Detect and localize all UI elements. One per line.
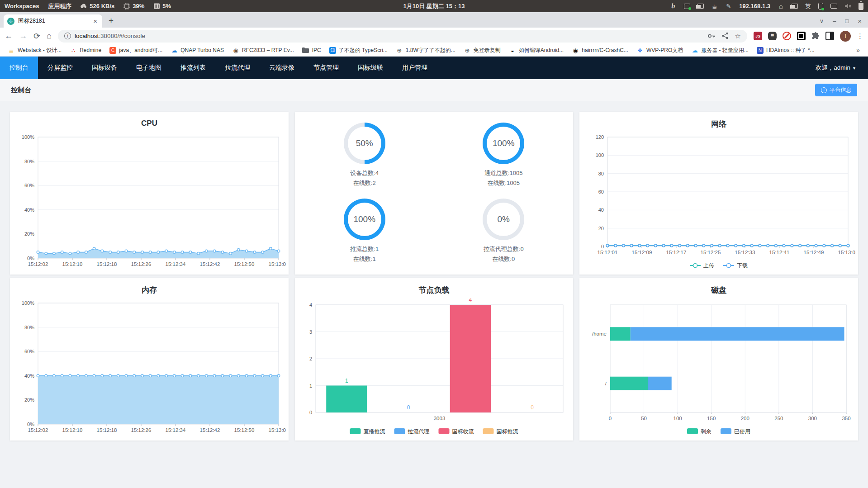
applications-menu[interactable]: 应用程序 (48, 2, 71, 10)
bookmark-item[interactable]: ☁服务器 - 轻量应用... (688, 45, 752, 56)
extension-adblock-icon[interactable] (783, 32, 791, 40)
network-chart: 02040608010012015:12:0115:12:0915:12:171… (582, 133, 855, 273)
home-tray-icon[interactable]: ⌂ (778, 3, 784, 9)
windows-tray-icon[interactable] (792, 4, 798, 9)
bookmark-item[interactable]: ☁QNAP Turbo NAS (167, 45, 227, 55)
site-info-icon[interactable]: i (64, 33, 71, 39)
window-close-button[interactable]: × (858, 17, 862, 25)
tab-close-icon[interactable]: × (92, 17, 99, 25)
back-button[interactable]: ← (5, 31, 13, 41)
browser-home-button[interactable]: ⌂ (47, 31, 52, 41)
browser-menu-icon[interactable]: ⋮ (857, 32, 863, 40)
platform-info-button[interactable]: i 平台信息 (815, 84, 857, 96)
tab-search-chevron-icon[interactable]: ∨ (820, 18, 824, 24)
nav-item-8[interactable]: 国标级联 (348, 57, 393, 79)
nav-item-3[interactable]: 电子地图 (127, 57, 171, 79)
window-restore-button[interactable]: □ (845, 18, 849, 24)
nav-item-2[interactable]: 国标设备 (82, 57, 127, 79)
stat-item: 100%推流总数:1在线数:1 (295, 193, 434, 269)
bing-tray-icon[interactable]: b (669, 3, 677, 9)
url-path: :38080/#/console (99, 33, 145, 39)
svg-text:0: 0 (531, 404, 534, 411)
network-speed-indicator[interactable]: 526 KB/s (81, 3, 114, 9)
bookmark-item[interactable]: ≣Webstack - 设计... (5, 45, 65, 56)
extension-screenshot-icon[interactable] (797, 32, 806, 40)
bookmark-item[interactable]: Cjava、android可... (106, 45, 166, 56)
bookmark-item[interactable]: ◒如何编译Android... (506, 45, 567, 56)
nav-item-7[interactable]: 节点管理 (304, 57, 348, 79)
chart-legend[interactable]: 剩余已使用 (687, 428, 750, 435)
nav-item-5[interactable]: 拉流代理 (215, 57, 260, 79)
forward-button[interactable]: → (19, 31, 27, 41)
bookmark-star-icon[interactable]: ☆ (735, 32, 741, 40)
folder-icon (302, 47, 309, 54)
bookmark-item[interactable]: ⊕免登录复制 (460, 45, 504, 56)
bookmarks-overflow-chevron[interactable]: » (853, 47, 863, 54)
bookmark-item[interactable]: 知了不起的 TypeScri... (326, 45, 391, 56)
svg-text:15:12:26: 15:12:26 (131, 427, 152, 433)
browser-tab[interactable]: ✣ 国标28181 × (4, 14, 102, 28)
bookmarks-bar: ≣Webstack - 设计...∴RedmineCjava、android可.… (0, 44, 868, 57)
clock[interactable]: 1月10日 星期二 15：13 (403, 2, 465, 10)
chart-legend[interactable]: 上传下载 (690, 262, 748, 269)
clipboard-tray-icon[interactable] (697, 4, 704, 9)
input-method-indicator[interactable]: 英 (805, 2, 811, 10)
svg-text:15:12:02: 15:12:02 (28, 427, 48, 433)
extension-incognito-icon[interactable]: ▀ (768, 32, 777, 40)
bookmark-item[interactable]: IPC (299, 45, 324, 55)
share-icon[interactable] (721, 32, 729, 39)
svg-text:200: 200 (741, 416, 749, 421)
reload-button[interactable]: ⟳ (33, 31, 40, 41)
bookmark-item[interactable]: ∴Redmine (66, 45, 104, 55)
coffee-tray-icon[interactable]: ☕ (711, 3, 718, 9)
extensions-puzzle-icon[interactable] (811, 32, 820, 40)
stat-online: 在线数:0 (492, 255, 515, 264)
bookmark-item[interactable]: NHDAtmos :: 种子 *... (754, 45, 818, 56)
memory-icon (153, 3, 160, 9)
screenshot-tray-icon[interactable] (684, 4, 690, 9)
color-picker-tray-icon[interactable]: ✎ (725, 3, 732, 9)
window-minimize-button[interactable]: – (833, 18, 836, 24)
display-tray-icon[interactable] (830, 4, 837, 9)
profile-avatar[interactable]: I (840, 31, 851, 42)
battery-icon[interactable] (859, 3, 863, 10)
svg-text:0: 0 (601, 244, 604, 249)
memory-usage-indicator[interactable]: 5% (153, 3, 171, 9)
workspaces-button[interactable]: Workspaces (5, 3, 39, 9)
side-panel-icon[interactable] (825, 32, 834, 40)
svg-text:15:12:49: 15:12:49 (804, 250, 824, 255)
extension-js-icon[interactable]: JS (754, 32, 762, 40)
svg-text:15:12:09: 15:12:09 (632, 250, 652, 255)
stat-total: 通道总数:1005 (484, 169, 523, 178)
nav-item-0[interactable]: 控制台 (0, 57, 38, 79)
memory-panel: 内存 0%20%40%60%80%100%15:12:0215:12:1015:… (10, 278, 289, 441)
chart-legend[interactable]: 直播推流拉流代理国标收流国标推流 (350, 428, 518, 435)
stat-online: 在线数:1005 (487, 179, 520, 188)
progress-ring: 50% (344, 123, 385, 164)
phonelink-tray-icon[interactable] (818, 3, 823, 9)
new-tab-button[interactable]: + (102, 16, 120, 28)
svg-text:300: 300 (808, 416, 817, 421)
volume-muted-icon[interactable] (844, 3, 851, 9)
svg-text:250: 250 (774, 416, 783, 421)
bookmark-item[interactable]: ⊕1.8W字了了不起的... (393, 45, 459, 56)
bookmark-item[interactable]: ◉hairrrrr/C-CrashC... (569, 45, 631, 55)
user-menu[interactable]: 欢迎，admin ▾ (816, 64, 868, 72)
password-key-icon[interactable] (707, 32, 715, 40)
url-bar[interactable]: i localhost:38080/#/console ☆ (58, 30, 747, 43)
svg-text:15:12:34: 15:12:34 (166, 427, 186, 433)
cpu-usage-indicator[interactable]: 39% (123, 3, 144, 9)
bookmark-item[interactable]: ◉RFC2833 – RTP Ev... (229, 45, 297, 55)
svg-text:350: 350 (842, 416, 850, 421)
url-host: localhost (75, 33, 99, 39)
nav-item-4[interactable]: 推流列表 (171, 57, 215, 79)
nav-item-1[interactable]: 分屏监控 (38, 57, 82, 79)
stat-total: 设备总数:4 (350, 169, 379, 178)
nav-item-9[interactable]: 用户管理 (393, 57, 437, 79)
svg-text:80: 80 (598, 171, 604, 176)
nav-item-6[interactable]: 云端录像 (260, 57, 304, 79)
svg-text:40: 40 (598, 207, 604, 213)
ip-address-indicator[interactable]: 192.168.1.3 (739, 3, 770, 9)
bookmark-item[interactable]: ❖WVP-PRO文档 (633, 45, 686, 56)
svg-text:20%: 20% (24, 231, 34, 237)
